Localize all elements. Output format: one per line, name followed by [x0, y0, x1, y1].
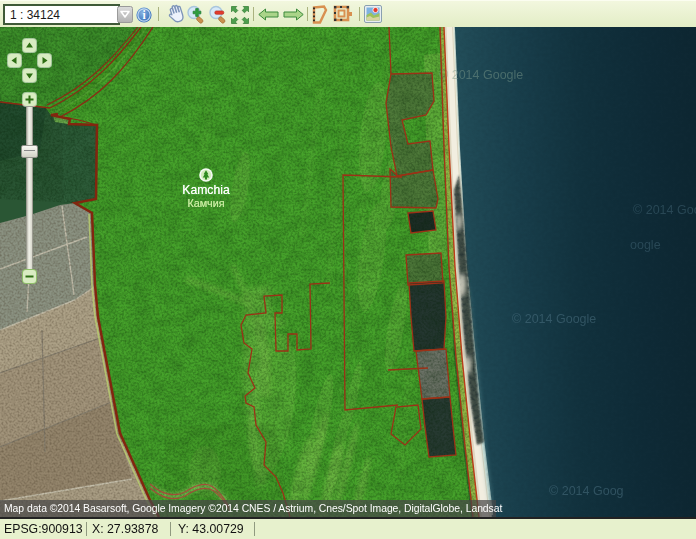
- svg-text:Kamchia: Kamchia: [182, 183, 230, 197]
- svg-text:oogle: oogle: [630, 238, 661, 252]
- svg-text:© 2014 Google: © 2014 Google: [512, 312, 596, 326]
- svg-text:Камчия: Камчия: [187, 197, 224, 209]
- svg-text:© 2014 Google: © 2014 Google: [633, 203, 696, 217]
- svg-text:© 2014 Google: © 2014 Google: [439, 68, 523, 82]
- svg-text:© 2014 Goog: © 2014 Goog: [549, 484, 624, 498]
